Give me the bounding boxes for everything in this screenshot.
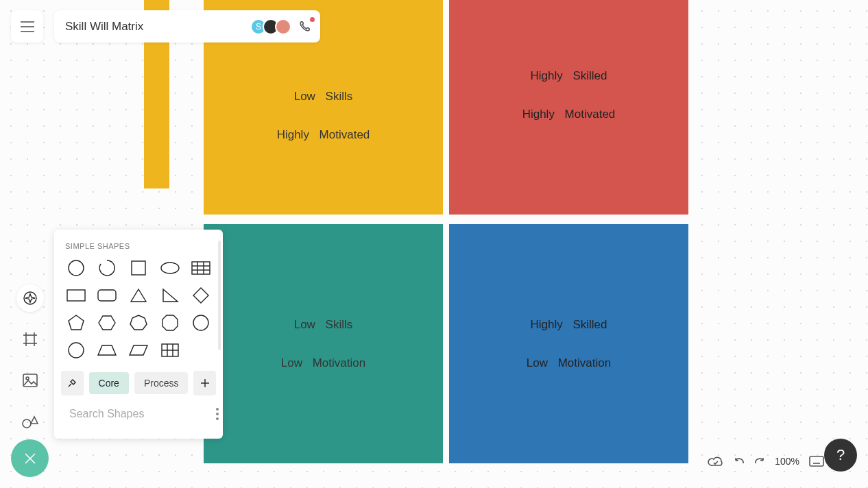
shape-arc[interactable] [95,258,119,278]
shapes-panel: SIMPLE SHAPES Core Process [54,230,223,439]
sync-status-button[interactable] [708,455,724,467]
shape-circle[interactable] [64,258,88,278]
shape-right-triangle[interactable] [158,286,182,305]
quadrant-text: Highly Motivated [522,108,616,121]
notification-dot-icon [310,17,315,22]
shape-empty [189,341,213,360]
question-icon: ? [836,446,845,464]
panel-section-title: SIMPLE SHAPES [54,230,223,256]
tool-image[interactable] [16,367,44,394]
svg-point-9 [26,377,29,380]
shape-ellipse-small[interactable] [64,341,88,360]
quadrant-text: Highly Skilled [530,69,607,83]
close-icon [23,452,37,465]
tool-shapes[interactable] [16,408,44,435]
document-title-bar: Skill Will Matrix S [54,10,320,42]
avatar[interactable] [275,19,291,35]
svg-rect-14 [132,261,145,275]
svg-point-10 [23,419,31,428]
quadrant-bottom-left[interactable]: Low Skills Low Motivation [204,224,443,463]
main-menu-button[interactable] [11,10,43,42]
status-bar: 100% [708,455,824,467]
add-shape-library-button[interactable] [193,371,216,395]
shape-parallelogram[interactable] [127,341,150,360]
shapes-icon [21,414,39,429]
quadrant-top-right[interactable]: Highly Skilled Highly Motivated [449,0,688,215]
svg-rect-22 [98,290,116,301]
shape-pentagon[interactable] [64,313,88,332]
quadrant-text: Low Skills [294,90,353,103]
close-panel-button[interactable] [11,439,49,477]
svg-rect-8 [23,374,37,387]
collaborator-avatars[interactable]: S [254,19,291,35]
svg-rect-21 [67,290,85,301]
svg-point-24 [69,343,84,358]
svg-point-13 [69,260,84,276]
keyboard-icon [809,456,824,467]
tab-process[interactable]: Process [134,372,189,394]
shape-table[interactable] [189,258,213,278]
svg-point-15 [161,263,179,273]
svg-rect-33 [810,456,823,466]
keyboard-shortcuts-button[interactable] [809,456,824,467]
panel-scrollbar[interactable] [218,241,221,350]
undo-button[interactable] [734,456,745,466]
shape-diamond[interactable] [189,286,213,305]
quadrant-bottom-right[interactable]: Highly Skilled Low Motivation [449,224,688,463]
redo-button[interactable] [754,456,765,466]
plus-icon [200,378,210,388]
tool-templates[interactable] [16,284,44,312]
quadrant-text: Low Skills [294,318,353,332]
quadrant-text: Highly Motivated [277,128,370,142]
quadrant-text: Highly Skilled [530,318,607,332]
hamburger-icon [20,21,35,33]
shape-trapezoid[interactable] [95,341,119,360]
undo-icon [734,456,745,466]
shape-decagon[interactable] [189,313,213,332]
shape-grid[interactable] [158,341,182,360]
cloud-check-icon [708,455,724,467]
call-button[interactable] [297,19,313,35]
shape-rectangle[interactable] [64,286,88,305]
quadrant-text: Low Motivation [281,356,365,370]
shape-heptagon[interactable] [127,313,150,332]
shape-square[interactable] [127,258,150,278]
tab-core[interactable]: Core [89,372,129,394]
help-button[interactable]: ? [824,439,857,472]
pin-icon [67,378,77,389]
svg-rect-16 [192,262,210,274]
shape-ellipse[interactable] [158,258,182,278]
panel-more-button[interactable] [213,405,221,423]
shape-hexagon[interactable] [95,313,119,332]
image-icon [22,373,38,388]
shape-octagon[interactable] [158,313,182,332]
quadrant-text: Low Motivation [527,356,611,370]
redo-icon [754,456,765,466]
document-title[interactable]: Skill Will Matrix [65,20,143,34]
star-sparkle-icon [23,291,38,306]
svg-point-23 [193,315,208,330]
shape-search-input[interactable] [69,408,206,420]
shape-rounded-rect[interactable] [95,286,119,305]
tool-frame[interactable] [16,326,44,353]
shape-triangle[interactable] [127,286,150,305]
phone-icon [298,20,312,34]
pin-panel-button[interactable] [61,371,84,395]
frame-icon [22,331,38,347]
zoom-level[interactable]: 100% [775,456,799,467]
